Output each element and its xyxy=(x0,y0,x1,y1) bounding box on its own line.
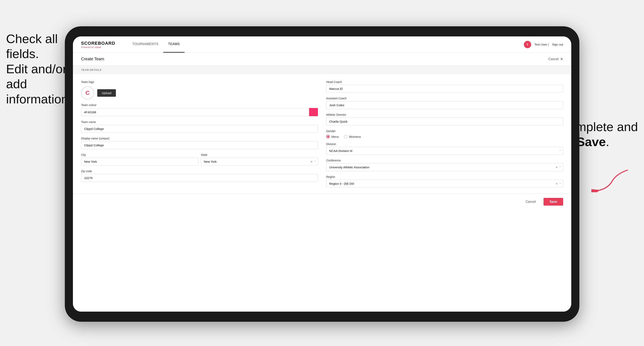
user-avatar: T xyxy=(524,41,531,48)
navbar: SCOREBOARD Powered by clippd TOURNAMENTS… xyxy=(73,36,571,53)
asst-coach-input[interactable] xyxy=(326,101,563,109)
logo-area: C Upload xyxy=(81,86,318,99)
asst-coach-group: Assistant Coach xyxy=(326,97,563,109)
city-state-group: City State New York xyxy=(81,153,318,166)
cancel-header-btn[interactable]: Cancel ✕ xyxy=(548,57,563,61)
gender-mens-radio[interactable] xyxy=(326,135,330,138)
nav-tournaments[interactable]: TOURNAMENTS xyxy=(128,36,163,53)
division-select-wrapper: NCAA Division III ⌃ xyxy=(326,147,563,155)
display-name-input[interactable] xyxy=(81,141,318,149)
state-group: State New York ✕ ⌃ xyxy=(201,153,318,166)
logo-circle: C xyxy=(81,86,94,99)
user-name: Test User | xyxy=(534,43,549,46)
division-select[interactable]: NCAA Division III xyxy=(326,147,563,155)
head-coach-label: Head Coach xyxy=(326,80,563,84)
brand-title: SCOREBOARD xyxy=(81,41,115,46)
conference-group: Conference University Athletic Associati… xyxy=(326,159,563,171)
cancel-button[interactable]: Cancel xyxy=(521,198,541,205)
state-clear-icon[interactable]: ✕ xyxy=(310,160,313,163)
state-select-wrapper: New York ✕ ⌃ xyxy=(201,158,318,166)
region-group: Region Region II - (M) DIII ✕ ⌃ xyxy=(326,175,563,187)
color-row xyxy=(81,108,318,116)
panel-header: Create Team Cancel ✕ xyxy=(73,53,571,66)
region-select-wrapper: Region II - (M) DIII ✕ ⌃ xyxy=(326,180,563,187)
team-logo-label: Team logo xyxy=(81,80,318,84)
gender-group: Gender Mens Womens xyxy=(326,130,563,138)
city-group: City xyxy=(81,153,198,166)
team-name-input[interactable] xyxy=(81,125,318,133)
nav-teams[interactable]: TEAMS xyxy=(163,36,185,53)
athletic-director-label: Athletic Director xyxy=(326,113,563,116)
gender-womens-option[interactable]: Womens xyxy=(344,135,361,138)
head-coach-input[interactable] xyxy=(326,85,563,93)
nav-links: TOURNAMENTS TEAMS xyxy=(128,36,524,53)
region-label: Region xyxy=(326,175,563,178)
conference-select-wrapper: University Athletic Association ✕ ⌃ xyxy=(326,163,563,171)
gender-mens-option[interactable]: Mens xyxy=(326,135,339,138)
team-colour-input[interactable] xyxy=(81,108,309,116)
tablet-screen: SCOREBOARD Powered by clippd TOURNAMENTS… xyxy=(73,36,571,312)
team-name-group: Team name xyxy=(81,120,318,133)
nav-right: T Test User | Sign out xyxy=(524,41,563,48)
brand: SCOREBOARD Powered by clippd xyxy=(81,41,115,48)
gender-label: Gender xyxy=(326,130,563,133)
state-select[interactable]: New York xyxy=(201,158,318,166)
zip-label: Zip code xyxy=(81,170,318,173)
athletic-director-input[interactable] xyxy=(326,118,563,126)
form-panel: Create Team Cancel ✕ TEAM DETAILS Team l… xyxy=(73,53,571,312)
athletic-director-group: Athletic Director xyxy=(326,113,563,126)
zip-input[interactable] xyxy=(81,174,318,182)
conference-label: Conference xyxy=(326,159,563,162)
region-clear-icon[interactable]: ✕ xyxy=(556,182,558,185)
division-group: Division NCAA Division III ⌃ xyxy=(326,143,563,155)
division-label: Division xyxy=(326,143,563,146)
gender-womens-radio[interactable] xyxy=(344,135,348,138)
form-body: Team logo C Upload Team colour xyxy=(73,74,571,194)
head-coach-group: Head Coach xyxy=(326,80,563,93)
team-name-label: Team name xyxy=(81,120,318,124)
city-input[interactable] xyxy=(81,158,198,166)
team-logo-group: Team logo C Upload xyxy=(81,80,318,99)
arrow-right-icon xyxy=(591,168,632,192)
conference-select[interactable]: University Athletic Association xyxy=(326,163,563,171)
sign-out-link[interactable]: Sign out xyxy=(552,43,563,46)
left-column: Team logo C Upload Team colour xyxy=(81,80,318,187)
display-name-label: Display name (unique) xyxy=(81,137,318,140)
zip-group: Zip code xyxy=(81,170,318,182)
right-column: Head Coach Assistant Coach Athletic Dire… xyxy=(326,80,563,187)
region-select[interactable]: Region II - (M) DIII xyxy=(326,180,563,187)
city-label: City xyxy=(81,153,198,157)
asst-coach-label: Assistant Coach xyxy=(326,97,563,100)
tablet-frame: SCOREBOARD Powered by clippd TOURNAMENTS… xyxy=(65,26,580,322)
panel-footer: Cancel Save xyxy=(73,194,571,210)
gender-row: Mens Womens xyxy=(326,135,563,138)
city-state-row: City State New York xyxy=(81,153,318,166)
logo-letter: C xyxy=(86,90,90,96)
color-swatch[interactable] xyxy=(309,108,318,116)
conference-clear-icon[interactable]: ✕ xyxy=(556,166,558,169)
brand-subtitle: Powered by clippd xyxy=(81,46,115,48)
save-button[interactable]: Save xyxy=(544,198,563,205)
team-colour-label: Team colour xyxy=(81,103,318,107)
display-name-group: Display name (unique) xyxy=(81,137,318,149)
panel-title: Create Team xyxy=(81,57,104,61)
section-header: TEAM DETAILS xyxy=(73,66,571,74)
close-icon: ✕ xyxy=(560,57,563,61)
team-colour-group: Team colour xyxy=(81,103,318,116)
main-content: Create Team Cancel ✕ TEAM DETAILS Team l… xyxy=(73,53,571,312)
upload-button[interactable]: Upload xyxy=(97,89,116,97)
state-label: State xyxy=(201,153,318,157)
